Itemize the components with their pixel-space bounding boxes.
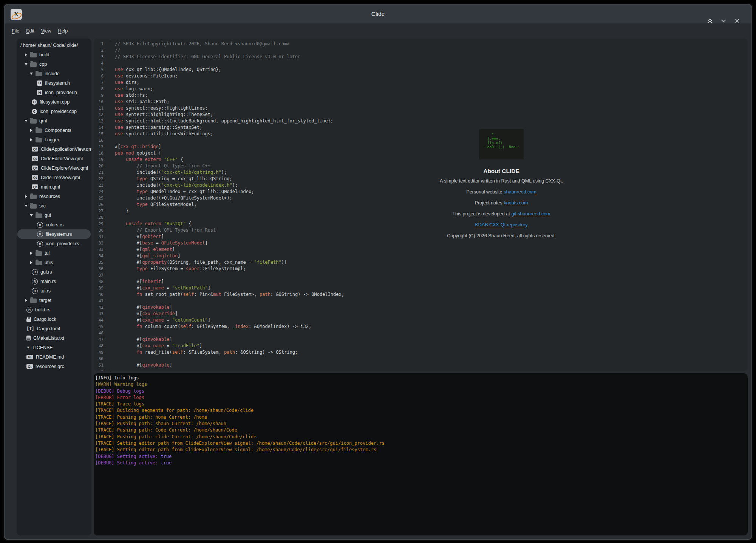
menu-help[interactable]: Help [55,27,71,35]
tree-item-label: LICENSE [32,345,53,350]
code-line-text: use log::warn; [110,86,748,92]
tree-item-label: CMakeLists.txt [33,336,64,341]
tree-item-label: colors.rs [46,222,63,227]
line-number: 42 [94,304,104,311]
tree-item-main-qml[interactable]: Qtmain.qml [17,182,91,192]
tree-item-clideapplicationview-qml[interactable]: QtClideApplicationView.qml [17,144,91,154]
log-line-6: [TRACE] Pushing path: home Current: /hom… [95,414,748,421]
tree-item-main-rs[interactable]: Rmain.rs [17,277,91,286]
tree-item-build-rs[interactable]: Rbuild.rs [17,305,91,314]
about-link-git-shaunreed-com[interactable]: git.shaunreed.com [512,211,550,217]
tree-item-cargo-lock[interactable]: Cargo.lock [17,314,91,324]
tree-item-icon-provider-h[interactable]: Hicon_provider.h [17,88,91,97]
chevron-expanded-icon[interactable] [29,214,34,217]
chevron-collapsed-icon[interactable] [29,129,34,132]
tree-item-license[interactable]: ✶LICENSE [17,343,91,352]
tree-item-label: include [45,71,60,76]
chevron-expanded-icon[interactable] [23,63,29,65]
code-line-40: 40 fn set_root_path(self: Pin<&mut FileS… [94,291,748,298]
menu-file[interactable]: File [8,27,23,35]
code-line-text: #[base = QFileSystemModel] [110,240,748,246]
code-line-47: 47 #[qinvokable] [94,336,748,343]
log-line-0: [INFO] Info logs [95,375,748,381]
tree-item-label: gui [45,213,51,218]
code-line-30: 30 // Export QML Types from Rust [94,227,748,234]
folder-icon [30,62,37,67]
code-line-4: 4 [94,60,748,67]
tree-item-clideeditorview-qml[interactable]: QtClideEditorView.qml [17,154,91,163]
tree-item-cargo-toml[interactable]: [T]Cargo.toml [17,324,91,333]
tree-item-cmakelists-txt[interactable]: CMakeLists.txt [17,333,91,343]
tree-item-filesystem-rs[interactable]: Rfilesystem.rs [17,229,91,239]
line-number: 38 [94,278,104,285]
tree-item-build[interactable]: build [17,50,91,59]
ascii-art: * |.===. {}o o{} ·-ooO--(_)--Ooo-· [479,129,523,159]
log-line-8: [TRACE] Pushing path: Code Current: /hom… [95,427,748,433]
tree-item-cpp[interactable]: cpp [17,59,91,69]
line-number: 7 [94,79,104,86]
tree-item-resources[interactable]: resources [17,192,91,201]
tree-item-clideexplorerview-qml[interactable]: QtClideExplorerView.qml [17,163,91,173]
tree-item-tui-rs[interactable]: Rtui.rs [17,286,91,295]
log-output-panel[interactable]: [INFO] Info logs[WARN] Warning logs[DEBU… [94,373,748,535]
tree-item-icon-provider-rs[interactable]: Ricon_provider.rs [17,239,91,248]
line-number: 3 [94,54,104,60]
tree-item-colors-rs[interactable]: Rcolors.rs [17,220,91,229]
code-line-text [110,330,748,336]
rust-file-icon: R [32,288,38,294]
line-number: 37 [94,272,104,278]
chevron-collapsed-icon[interactable] [23,195,29,198]
chevron-collapsed-icon[interactable] [29,138,34,141]
tree-item-filesystem-h[interactable]: Hfilesystem.h [17,78,91,88]
code-line-text: } [110,208,748,214]
folder-icon [30,298,37,303]
qt-file-icon: Qt [32,166,38,170]
about-link-shaunreed-com[interactable]: shaunreed.com [504,189,536,195]
chevron-expanded-icon[interactable] [23,205,29,207]
code-line-text: use std::fs; [110,92,748,99]
tree-item-logger[interactable]: Logger [17,135,91,144]
tree-item-icon-provider-cpp[interactable]: Cicon_provider.cpp [17,107,91,116]
code-line-52: 52 [94,368,748,371]
menu-view[interactable]: View [38,27,55,35]
tree-item-readme-md[interactable]: M↓README.md [17,352,91,362]
line-number: 25 [94,195,104,201]
tree-item-tui[interactable]: tui [17,248,91,258]
tree-item-label: target [39,298,51,303]
code-editor-panel[interactable]: 1// SPDX-FileCopyrightText: 2026, Shaun … [94,39,748,371]
tree-item-qml[interactable]: qml [17,116,91,125]
chevron-collapsed-icon[interactable] [23,299,29,302]
code-line-text: #[qinvokable] [110,304,748,311]
rust-file-icon: R [37,222,43,228]
tree-item-filesystem-cpp[interactable]: Cfilesystem.cpp [17,97,91,107]
about-row-0: A simple text editor written in Rust and… [433,175,569,186]
line-number: 18 [94,150,104,156]
tree-item-clidetreeview-qml[interactable]: QtClideTreeView.qml [17,173,91,182]
log-line-11: [TRACE] Setting editor path from ClideEx… [95,447,748,453]
app-logo-icon: X [11,9,22,20]
tree-item-utils[interactable]: utils [17,258,91,267]
tree-item-resources-qrc[interactable]: Qtresources.qrc [17,362,91,371]
line-number: 52 [94,368,104,371]
code-line-33: 33 #[qml_element] [94,246,748,253]
tree-item-gui-rs[interactable]: Rgui.rs [17,267,91,277]
code-line-34: 34 #[qml_singleton] [94,253,748,259]
chevron-collapsed-icon[interactable] [29,261,34,264]
line-number: 1 [94,41,104,47]
chevron-expanded-icon[interactable] [23,120,29,122]
about-row-1: Personal websiteshaunreed.com [433,186,569,197]
about-link-kdab-cxx-qt-repository[interactable]: KDAB CXX-Qt repository [475,222,528,227]
code-line-43: 43 #[cxx_override] [94,311,748,317]
chevron-expanded-icon[interactable] [29,73,34,75]
tree-item-gui[interactable]: gui [17,210,91,220]
code-line-text [110,214,748,221]
chevron-collapsed-icon[interactable] [29,252,34,255]
tree-item-src[interactable]: src [17,201,91,210]
tree-item-target[interactable]: target [17,295,91,305]
about-link-knoats-com[interactable]: knoats.com [504,200,528,206]
menu-edit[interactable]: Edit [23,27,38,35]
tree-item-include[interactable]: include [17,69,91,78]
tree-item-components[interactable]: Components [17,125,91,135]
chevron-collapsed-icon[interactable] [23,53,29,56]
line-number: 32 [94,240,104,246]
